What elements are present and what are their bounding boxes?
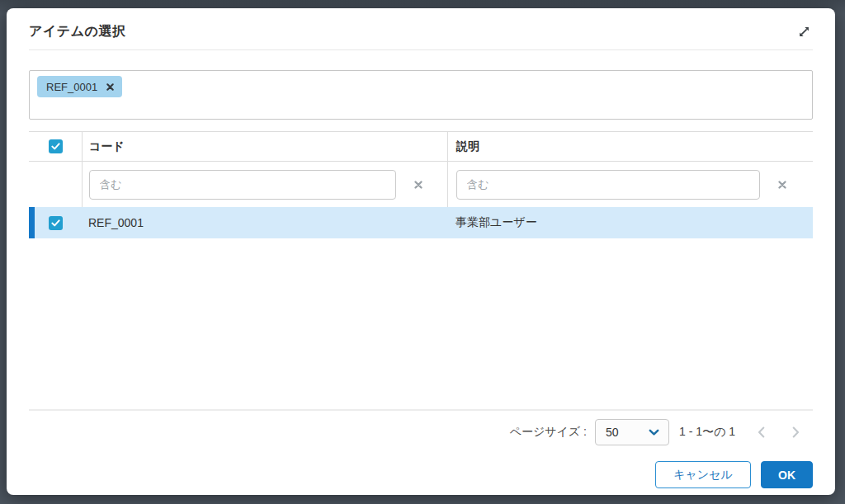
ok-button[interactable]: OK: [761, 461, 813, 488]
select-all-cell: [29, 132, 82, 161]
column-header-code[interactable]: コード: [82, 132, 447, 161]
selected-items-box[interactable]: REF_0001: [29, 70, 813, 120]
row-description: 事業部ユーザー: [447, 207, 813, 238]
prev-page-icon[interactable]: [744, 426, 778, 438]
table-bottom-divider: [29, 409, 813, 411]
code-filter-clear-icon[interactable]: [396, 181, 441, 189]
next-page-icon[interactable]: [778, 426, 813, 438]
row-code: REF_0001: [82, 207, 447, 238]
filter-empty-cell: [29, 162, 82, 207]
table-filter-row: [29, 162, 813, 207]
page-size-label: ページサイズ :: [510, 425, 587, 440]
cancel-button[interactable]: キャンセル: [655, 461, 751, 488]
chip-label: REF_0001: [46, 81, 97, 93]
dialog-title: アイテムの選択: [29, 23, 125, 40]
table-header-row: コード 説明: [29, 131, 813, 162]
pagination-range-text: 1 - 1〜の 1: [679, 425, 735, 440]
dialog-footer: キャンセル OK: [29, 461, 813, 488]
resize-dialog-icon[interactable]: [795, 22, 813, 40]
row-checkbox-cell: [29, 207, 82, 238]
item-select-dialog: アイテムの選択 REF_0001: [7, 8, 835, 495]
chip-remove-icon[interactable]: [106, 83, 114, 91]
description-filter-input[interactable]: [456, 170, 760, 200]
row-checkbox[interactable]: [49, 216, 63, 230]
selected-item-chip: REF_0001: [37, 76, 122, 97]
table-empty-area: [29, 238, 813, 409]
code-filter-input[interactable]: [89, 170, 396, 200]
select-all-checkbox[interactable]: [49, 139, 63, 153]
table-row[interactable]: REF_0001 事業部ユーザー: [29, 207, 813, 238]
description-filter-clear-icon[interactable]: [760, 181, 805, 189]
selected-row-accent: [29, 207, 35, 238]
page-size-value: 50: [606, 426, 619, 439]
pagination-bar: ページサイズ : 50 1 - 1〜の 1: [29, 417, 813, 447]
page-size-select[interactable]: 50: [595, 419, 669, 445]
dialog-header: アイテムの選択: [29, 8, 813, 49]
chevron-down-icon: [649, 429, 659, 436]
header-divider: [29, 49, 813, 50]
items-table: コード 説明: [29, 131, 813, 409]
column-header-description[interactable]: 説明: [447, 132, 813, 161]
